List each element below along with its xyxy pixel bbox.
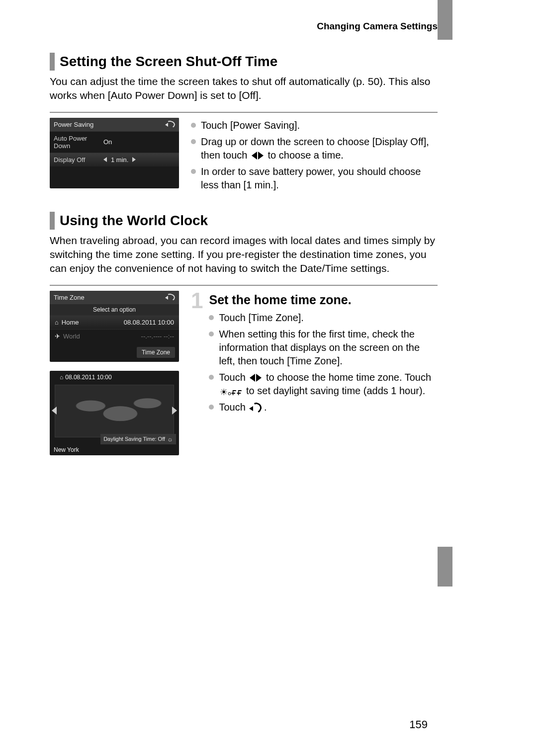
display-off-value: 1 min.: [103, 156, 175, 164]
right-arrow-icon: [132, 157, 136, 162]
world-map: [55, 385, 174, 437]
time-zone-map-screen: 08.08.2011 10:00 Daylight Saving Time: O…: [50, 371, 179, 455]
section-1-heading: Setting the Screen Shut-Off Time: [50, 53, 438, 71]
step-text: Touch to choose the home time zone. Touc…: [219, 371, 438, 398]
step-title: Set the home time zone.: [209, 293, 438, 307]
section-1-steps: Touch [Power Saving]. Drag up or down th…: [191, 119, 438, 192]
power-saving-screen: Power Saving Auto Power Down On Display …: [50, 118, 179, 188]
time-zone-menu-screen: Time Zone Select an option ⌂Home 08.08.2…: [50, 291, 179, 362]
map-city: New York: [54, 446, 79, 453]
sun-off-icon: ☀ₒғғ: [220, 388, 242, 397]
back-icon: [166, 121, 175, 128]
section-2-title: Using the World Clock: [60, 213, 208, 229]
return-icon: [249, 402, 260, 412]
back-icon: [166, 374, 175, 381]
left-arrow-icon: [103, 157, 107, 162]
step-number: 1: [191, 291, 203, 311]
right-arrow-icon: [172, 407, 177, 415]
bullet-icon: [191, 123, 196, 128]
step-text: In order to save battery power, you shou…: [201, 165, 438, 192]
house-icon: ⌂: [55, 319, 59, 326]
heading-bar-icon: [50, 212, 55, 230]
world-row-label: ✈World: [55, 333, 80, 340]
back-icon: [166, 294, 175, 301]
step-text: Touch .: [219, 401, 267, 414]
left-arrow-icon: [52, 407, 57, 415]
step-text: When setting this for the first time, ch…: [219, 328, 438, 368]
page-number: 159: [409, 718, 428, 731]
lcd-subtitle: Select an option: [50, 304, 179, 315]
page-thumb-tab: [438, 0, 452, 40]
step-text: Touch [Time Zone].: [219, 311, 303, 325]
step-1-bullets: Touch [Time Zone]. When setting this for…: [209, 311, 438, 414]
section-2-heading: Using the World Clock: [50, 212, 438, 230]
lcd-title: Power Saving: [54, 121, 93, 128]
side-thumb-tab: [438, 547, 452, 587]
left-right-arrows-icon: [250, 374, 262, 382]
section-1-intro: You can adjust the time the screen takes…: [50, 75, 438, 103]
section-2-intro: When traveling abroad, you can record im…: [50, 234, 438, 276]
lcd-title: Time Zone: [54, 294, 85, 301]
divider: [50, 285, 438, 286]
auto-power-down-value: On: [103, 138, 175, 146]
section-2-body: Time Zone Select an option ⌂Home 08.08.2…: [50, 291, 438, 455]
manual-page: Changing Camera Settings Setting the Scr…: [50, 21, 438, 455]
time-zone-button: Time Zone: [137, 347, 175, 358]
map-datetime: 08.08.2011 10:00: [60, 374, 112, 381]
bullet-icon: [191, 139, 196, 144]
step-text: Drag up or down the screen to choose [Di…: [201, 135, 438, 162]
sun-off-icon: ☼: [167, 435, 173, 443]
bullet-icon: [209, 375, 214, 380]
bullet-icon: [209, 405, 214, 410]
section-1-title: Setting the Screen Shut-Off Time: [60, 54, 277, 70]
running-header: Changing Camera Settings: [50, 21, 438, 32]
bullet-icon: [209, 315, 214, 320]
bullet-icon: [209, 332, 214, 336]
dst-chip: Daylight Saving Time: Off ☼: [100, 434, 176, 444]
step-text: Touch [Power Saving].: [201, 119, 300, 132]
home-row-date: 08.08.2011 10:00: [124, 319, 174, 326]
heading-bar-icon: [50, 53, 55, 71]
section-1-body: Power Saving Auto Power Down On Display …: [50, 118, 438, 195]
home-row-label: ⌂Home: [55, 319, 79, 326]
auto-power-down-label: Auto Power Down: [54, 135, 103, 150]
step-1: 1 Set the home time zone. Touch [Time Zo…: [191, 291, 438, 417]
divider: [50, 112, 438, 113]
bullet-icon: [191, 169, 196, 174]
display-off-label: Display Off: [54, 156, 103, 164]
plane-icon: ✈: [55, 333, 60, 340]
world-row-date: --.--.---- --:--: [141, 333, 174, 340]
display-off-value-text: 1 min.: [111, 156, 128, 164]
left-right-arrows-icon: [252, 152, 264, 160]
